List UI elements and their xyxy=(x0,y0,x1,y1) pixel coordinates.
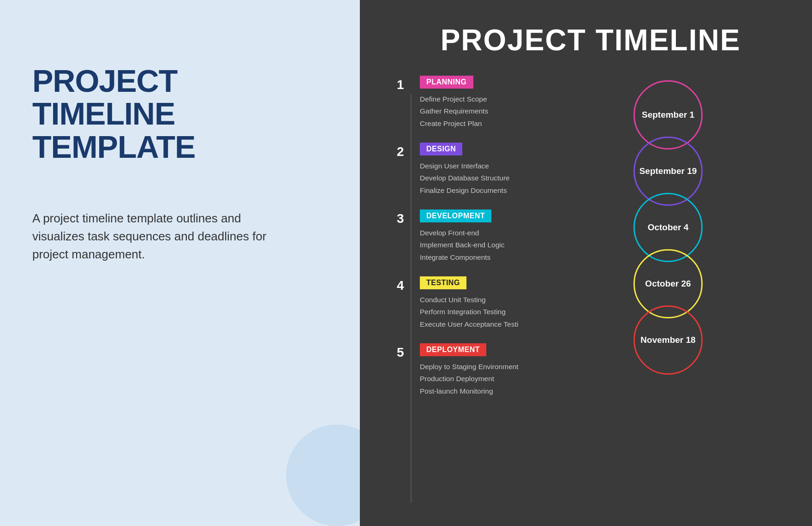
phase-number-3: 3 xyxy=(397,211,412,263)
phase-content-3: DEVELOPMENTDevelop Front-endImplement Ba… xyxy=(420,209,552,263)
phase-design: 2DESIGNDesign User InterfaceDevelop Data… xyxy=(397,143,552,197)
task-item: Create Project Plan xyxy=(420,118,552,130)
task-item: Finalize Design Documents xyxy=(420,185,552,197)
date-label-5: November 18 xyxy=(640,335,695,346)
phase-content-5: DEPLOYMENTDeploy to Staging EnvironmentP… xyxy=(420,343,552,397)
phase-number-5: 5 xyxy=(397,345,412,397)
phase-number-4: 4 xyxy=(397,278,412,330)
task-item: Define Project Scope xyxy=(420,93,552,105)
phase-number-1: 1 xyxy=(397,78,412,130)
timeline-container: 1PLANNINGDefine Project ScopeGather Requ… xyxy=(397,76,784,503)
phase-development: 3DEVELOPMENTDevelop Front-endImplement B… xyxy=(397,209,552,263)
task-item: Gather Requirements xyxy=(420,105,552,117)
task-item: Design User Interface xyxy=(420,160,552,172)
date-label-4: October 26 xyxy=(645,278,691,290)
phase-number-2: 2 xyxy=(397,144,412,197)
date-label-1: September 1 xyxy=(642,109,694,121)
task-item: Deploy to Staging Environment xyxy=(420,361,552,373)
dates-column: September 1September 19October 4October … xyxy=(552,76,784,503)
phase-tasks-5: Deploy to Staging EnvironmentProduction … xyxy=(420,361,552,397)
task-item: Develop Front-end xyxy=(420,227,552,239)
timeline-phases: 1PLANNINGDefine Project ScopeGather Requ… xyxy=(397,76,552,503)
phase-tasks-4: Conduct Unit TestingPerform Integration … xyxy=(420,294,552,330)
task-item: Conduct Unit Testing xyxy=(420,294,552,306)
task-item: Develop Database Structure xyxy=(420,172,552,184)
phase-content-4: TESTINGConduct Unit TestingPerform Integ… xyxy=(420,276,552,330)
phase-label-testing: TESTING xyxy=(420,276,466,289)
phase-planning: 1PLANNINGDefine Project ScopeGather Requ… xyxy=(397,76,552,130)
task-item: Implement Back-end Logic xyxy=(420,239,552,251)
phase-tasks-1: Define Project ScopeGather RequirementsC… xyxy=(420,93,552,130)
task-item: Post-launch Monitoring xyxy=(420,385,552,397)
phase-label-development: DEVELOPMENT xyxy=(420,209,491,222)
left-description: A project timeline template outlines and… xyxy=(32,209,291,263)
phase-label-deployment: DEPLOYMENT xyxy=(420,343,486,356)
date-circle-5: November 18 xyxy=(633,305,703,375)
phase-label-planning: PLANNING xyxy=(420,76,473,89)
task-item: Execute User Acceptance Testi xyxy=(420,318,552,330)
phase-content-1: PLANNINGDefine Project ScopeGather Requi… xyxy=(420,76,552,130)
right-title: PROJECT TIMELINE xyxy=(397,23,784,57)
date-label-2: September 19 xyxy=(639,166,697,177)
task-item: Integrate Components xyxy=(420,251,552,263)
date-label-3: October 4 xyxy=(648,222,689,233)
right-panel: PROJECT TIMELINE 1PLANNINGDefine Project… xyxy=(360,0,812,526)
phase-tasks-3: Develop Front-endImplement Back-end Logi… xyxy=(420,227,552,263)
phase-deployment: 5DEPLOYMENTDeploy to Staging Environment… xyxy=(397,343,552,397)
task-item: Perform Integration Testing xyxy=(420,306,552,318)
left-panel: PROJECT TIMELINE TEMPLATE A project time… xyxy=(0,0,360,526)
phase-content-2: DESIGNDesign User InterfaceDevelop Datab… xyxy=(420,143,552,197)
phase-testing: 4TESTINGConduct Unit TestingPerform Inte… xyxy=(397,276,552,330)
task-item: Production Deployment xyxy=(420,373,552,385)
phase-tasks-2: Design User InterfaceDevelop Database St… xyxy=(420,160,552,197)
left-title: PROJECT TIMELINE TEMPLATE xyxy=(32,65,328,163)
phase-label-design: DESIGN xyxy=(420,143,462,155)
